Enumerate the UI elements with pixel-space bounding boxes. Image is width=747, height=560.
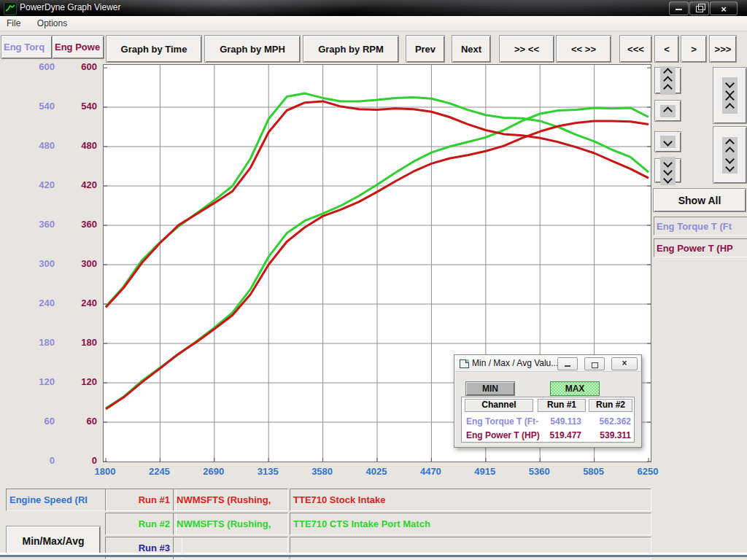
- run1-label-box: Run #1: [105, 489, 177, 511]
- next-button[interactable]: Next: [452, 35, 491, 63]
- minmax-maximize-button[interactable]: [584, 357, 605, 370]
- row-power-channel: Eng Power T (HP): [466, 430, 540, 440]
- rpm-tick-label: 2245: [143, 466, 175, 477]
- restore-icon: [696, 6, 703, 12]
- close-icon: ×: [721, 4, 727, 15]
- torque-tick-label: 180: [15, 337, 55, 349]
- graph-by-time-button[interactable]: Graph by Time: [106, 35, 202, 63]
- rpm-tick-label: 4025: [360, 466, 392, 477]
- run2-dyno-box: NWMSFTS (Rushing,: [173, 513, 288, 535]
- power-tick-label: 60: [67, 416, 97, 427]
- rpm-tick-label: 6250: [632, 466, 664, 477]
- rpm-tick-label: 5805: [578, 466, 610, 477]
- row-torque-channel: Eng Torque T (Ft-: [466, 416, 538, 427]
- close-button[interactable]: ×: [710, 1, 738, 15]
- min-button[interactable]: MIN: [465, 381, 515, 396]
- power-tick-label: 480: [67, 140, 97, 152]
- minimize-button[interactable]: [669, 1, 689, 15]
- max-button[interactable]: MAX: [550, 381, 600, 396]
- maximize-icon: [592, 362, 598, 368]
- torque-tick-label: 240: [15, 298, 55, 309]
- tab-eng-power[interactable]: Eng Powe: [52, 35, 104, 59]
- zoom-in-x-button[interactable]: >> <<: [499, 35, 554, 63]
- column-header-run1[interactable]: Run #1: [538, 399, 586, 412]
- power-max-run1: 519.477: [538, 430, 581, 440]
- menu-bar: File Options: [0, 16, 747, 31]
- scroll-right-button[interactable]: >: [681, 35, 707, 63]
- torque-tick-label: 540: [15, 101, 55, 112]
- minmax-titlebar[interactable]: Min / Max / Avg Valu... ×: [455, 356, 640, 372]
- torque-tick-label: 480: [15, 140, 55, 152]
- scroll-left-fast-button[interactable]: <<<: [619, 35, 652, 63]
- rpm-tick-label: 3135: [252, 466, 284, 477]
- column-header-channel[interactable]: Channel: [465, 399, 533, 412]
- torque-tick-label: 360: [15, 219, 55, 230]
- power-tick-label: 0: [67, 455, 97, 467]
- tab-eng-torque[interactable]: Eng Torq: [1, 35, 53, 59]
- power-tick-label: 420: [67, 179, 97, 191]
- minmax-close-button[interactable]: ×: [611, 357, 638, 370]
- power-tick-label: 600: [67, 61, 97, 73]
- form-icon: [460, 359, 469, 368]
- torque-axis-ticks: 600540480420360300240180120600: [15, 64, 55, 461]
- menu-options[interactable]: Options: [31, 16, 74, 28]
- legend-eng-power[interactable]: Eng Power T (HP: [654, 238, 747, 257]
- torque-tick-label: 60: [15, 416, 55, 427]
- prev-button[interactable]: Prev: [406, 35, 445, 63]
- torque-tick-label: 300: [15, 258, 55, 270]
- y-scroll-up-fast-button[interactable]: [654, 67, 681, 94]
- minmax-window: Min / Max / Avg Valu... × MIN MAX Channe…: [454, 354, 642, 448]
- torque-tick-label: 120: [15, 376, 55, 388]
- zoom-out-x-button[interactable]: << >>: [556, 35, 611, 63]
- app-window: PowerDyne Graph Viewer × File Options En…: [0, 0, 747, 560]
- torque-max-run2: 562.362: [587, 416, 631, 427]
- title-bar[interactable]: PowerDyne Graph Viewer ×: [0, 0, 747, 16]
- chevrons-expand-vertical-icon: [722, 137, 738, 174]
- rpm-tick-label: 4470: [414, 466, 446, 477]
- minmax-minimize-button[interactable]: [557, 357, 578, 370]
- run1-desc-box: TTE710 Stock Intake: [290, 489, 651, 511]
- minimize-icon: [676, 7, 682, 10]
- y-scroll-down-button[interactable]: [654, 131, 681, 152]
- torque-tick-label: 0: [15, 455, 55, 467]
- power-tick-label: 240: [67, 298, 97, 309]
- y-scroll-up-button[interactable]: [654, 100, 681, 122]
- rpm-tick-label: 4915: [469, 466, 501, 477]
- scroll-right-fast-button[interactable]: >>>: [709, 35, 737, 63]
- power-tick-label: 180: [67, 337, 97, 349]
- chevrons-collapse-vertical-icon: [722, 77, 738, 114]
- torque-tick-label: 600: [15, 61, 55, 73]
- power-max-run2: 539.311: [587, 430, 631, 440]
- minmax-title: Min / Max / Avg Valu...: [472, 358, 558, 368]
- maximize-button[interactable]: [689, 1, 709, 15]
- power-tick-label: 120: [67, 376, 97, 388]
- torque-max-run1: 549.113: [538, 416, 581, 427]
- y-zoom-in-button[interactable]: [713, 67, 747, 124]
- app-icon: [4, 2, 17, 15]
- graph-by-mph-button[interactable]: Graph by MPH: [204, 35, 301, 63]
- minmaxavg-button[interactable]: Min/Max/Avg: [6, 526, 101, 556]
- run2-label-box: Run #2: [105, 513, 177, 535]
- chevron-up-icon: [660, 105, 676, 117]
- rpm-tick-label: 5360: [523, 466, 555, 477]
- power-tick-label: 300: [67, 258, 97, 270]
- chevron-down-icon: [660, 136, 676, 148]
- rpm-axis-ticks: 1800224526903135358040254470491553605805…: [103, 466, 657, 478]
- scroll-left-button[interactable]: <: [654, 35, 679, 63]
- close-icon: ×: [622, 358, 627, 368]
- show-all-button[interactable]: Show All: [653, 188, 746, 212]
- x-axis-channel-box: Engine Speed (RI: [6, 489, 107, 511]
- minmax-table: Channel Run #1 Run #2 Eng Torque T (Ft- …: [461, 397, 635, 443]
- power-tick-label: 360: [67, 219, 97, 230]
- legend-eng-torque[interactable]: Eng Torque T (Ft: [654, 217, 747, 236]
- menu-file[interactable]: File: [0, 16, 27, 28]
- rpm-tick-label: 3580: [306, 466, 338, 477]
- y-scroll-down-fast-button[interactable]: [654, 158, 681, 183]
- rpm-tick-label: 2690: [198, 466, 230, 477]
- column-header-run2[interactable]: Run #2: [589, 399, 632, 412]
- chevron-triple-down-icon: [660, 157, 676, 185]
- rpm-tick-label: 1800: [89, 466, 121, 477]
- run2-desc-box: TTE710 CTS Intake Port Match: [290, 513, 651, 535]
- graph-by-rpm-button[interactable]: Graph by RPM: [303, 35, 399, 63]
- y-zoom-out-button[interactable]: [713, 126, 747, 184]
